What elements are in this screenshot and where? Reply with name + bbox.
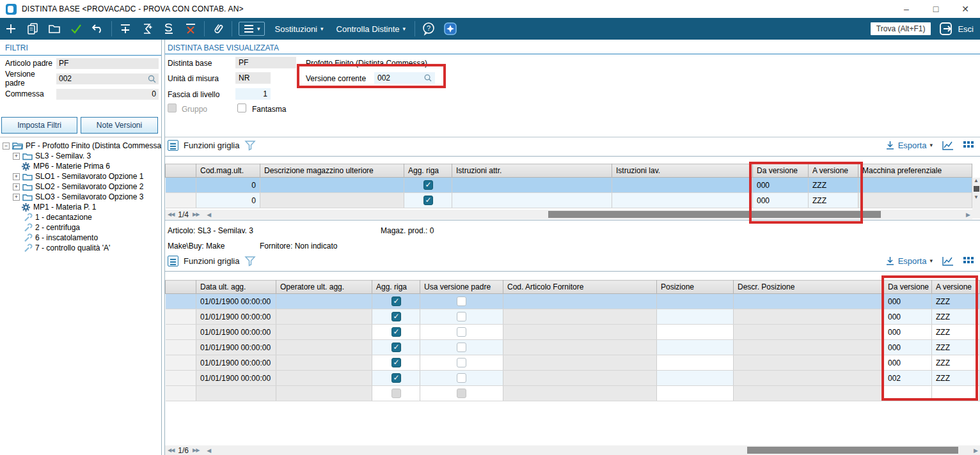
grid1-row[interactable]: 0 000 ZZZ	[166, 193, 972, 208]
grid-menu-button[interactable]: ▾	[239, 22, 265, 36]
cell-cod-mag[interactable]: 0	[196, 193, 260, 208]
row-selector[interactable]	[166, 294, 196, 309]
imposta-filtri-button[interactable]: Imposta Filtri	[1, 117, 77, 134]
scroll-left-icon[interactable]: ◀	[207, 212, 210, 218]
grid2-col-posizione[interactable]: Posizione	[657, 281, 734, 294]
checkbox-checked-icon[interactable]	[391, 312, 401, 321]
grid1-col-macchina[interactable]: Macchina preferenziale	[858, 164, 972, 178]
grid2-export-button[interactable]: Esporta ▾	[885, 256, 933, 266]
versione-corrente-input[interactable]: 002	[374, 72, 435, 84]
grid1-row-selected[interactable]: 0 000 ZZZ	[166, 178, 972, 193]
cell-agg[interactable]	[372, 325, 420, 340]
scroll-left-icon[interactable]: ◀	[207, 447, 210, 454]
grid2-new-row[interactable]	[166, 386, 980, 401]
checkbox-checked-icon[interactable]	[391, 373, 401, 383]
cell-data[interactable]: 01/01/1900 00:00:00	[196, 309, 276, 325]
cell-da-versione[interactable]: 002	[884, 371, 932, 386]
cell-posizione[interactable]	[657, 325, 734, 340]
cell-a-versione[interactable]: ZZZ	[932, 325, 980, 340]
cell-istr-attr[interactable]	[452, 178, 612, 193]
cell-da-versione[interactable]: 000	[753, 193, 809, 208]
maximize-button[interactable]: □	[921, 0, 951, 18]
row-selector[interactable]	[166, 371, 196, 386]
cell-data[interactable]	[196, 386, 276, 401]
grid-functions-icon[interactable]	[168, 256, 178, 266]
cell-descr-pos[interactable]	[734, 325, 884, 340]
cell-a-versione[interactable]: ZZZ	[932, 371, 980, 386]
cell-cod-art[interactable]	[503, 294, 657, 309]
cell-agg[interactable]	[372, 294, 420, 309]
cell-descr[interactable]	[260, 178, 404, 193]
cell-descr-pos[interactable]	[734, 371, 884, 386]
unita-misura-input[interactable]: NR	[235, 72, 271, 84]
help-button[interactable]: ?	[419, 20, 438, 38]
cell-usa[interactable]	[420, 371, 503, 386]
cell-operatore[interactable]	[276, 340, 372, 355]
grid2-col-usa-versione[interactable]: Usa versione padre	[420, 281, 503, 294]
confirm-button[interactable]	[67, 20, 86, 38]
grid2-row[interactable]: 01/01/1900 00:00:00 000 ZZZ	[166, 325, 980, 340]
grid2-chart-button[interactable]	[942, 256, 954, 266]
cell-data[interactable]: 01/01/1900 00:00:00	[196, 340, 276, 355]
cell-cod-art[interactable]	[503, 309, 657, 325]
cell-posizione[interactable]	[657, 355, 734, 371]
last-page-icon[interactable]: ▶▶	[193, 447, 199, 453]
cell-da-versione[interactable]: 000	[884, 294, 932, 309]
cell-a-versione[interactable]: ZZZ	[932, 294, 980, 309]
grid2-col-cod-articolo[interactable]: Cod. Articolo Fornitore	[503, 281, 657, 294]
new-button[interactable]	[1, 20, 20, 38]
grid1-layout-button[interactable]	[963, 141, 974, 151]
cell-a-versione[interactable]: ZZZ	[809, 178, 858, 193]
grid1-vertical-scrollbar[interactable]: ▲ ▼	[972, 178, 980, 219]
grid1-col-istruzioni-lav[interactable]: Istruzioni lav.	[612, 164, 753, 178]
cell-agg-riga[interactable]	[404, 178, 452, 193]
grid1-horizontal-scrollbar[interactable]	[216, 210, 963, 219]
cell-cod-art[interactable]	[503, 355, 657, 371]
cell-cod-art[interactable]	[503, 340, 657, 355]
trova-shortcut-button[interactable]: Trova (Alt+F1)	[871, 22, 931, 35]
scroll-right-icon[interactable]: ▶	[966, 212, 970, 218]
scrollbar-thumb[interactable]	[974, 186, 979, 192]
grid1-col-istruzioni-attr[interactable]: Istruzioni attr.	[452, 164, 612, 178]
grid1-col-codmag[interactable]: Cod.mag.ult.	[196, 164, 260, 178]
tree-node-mp6[interactable]: MP6 - Materie Prima 6	[21, 161, 110, 171]
checkbox-unchecked-icon[interactable]	[457, 373, 466, 383]
cell-a-versione[interactable]	[932, 386, 980, 401]
cell-operatore[interactable]	[276, 325, 372, 340]
cell-a-versione[interactable]: ZZZ	[932, 309, 980, 325]
fantasma-checkbox[interactable]	[237, 104, 246, 114]
expand-icon[interactable]: +	[13, 173, 20, 180]
cell-agg[interactable]	[372, 340, 420, 355]
cell-macchina[interactable]	[858, 193, 972, 208]
search-icon[interactable]	[423, 73, 432, 82]
duplicate-row-button[interactable]	[159, 20, 178, 38]
scrollbar-thumb[interactable]	[548, 211, 881, 218]
cell-agg[interactable]	[372, 355, 420, 371]
cell-usa[interactable]	[420, 340, 503, 355]
grid1-col-agg-riga[interactable]: Agg. riga	[404, 164, 452, 178]
cell-da-versione[interactable]: 000	[884, 355, 932, 371]
grid1-chart-button[interactable]	[942, 140, 954, 151]
versione-padre-input[interactable]: 002	[56, 73, 159, 84]
expand-icon[interactable]: +	[13, 183, 20, 190]
tree-node-op6[interactable]: 6 - inscatolamento	[23, 233, 98, 243]
cell-data[interactable]: 01/01/1900 00:00:00	[196, 371, 276, 386]
cell-istr-lav[interactable]	[612, 178, 753, 193]
cell-cod-mag[interactable]: 0	[196, 178, 260, 193]
checkbox-checked-icon[interactable]	[391, 327, 401, 337]
cell-descr[interactable]	[260, 193, 404, 208]
cell-descr-pos[interactable]	[734, 294, 884, 309]
copy-button[interactable]	[23, 20, 42, 38]
assistant-button[interactable]	[441, 20, 460, 38]
tree-root-node[interactable]: − PF - Profotto Finito (Distinta Commess…	[3, 141, 164, 151]
scroll-up-icon[interactable]: ▲	[974, 178, 979, 183]
grid1-col-a-versione[interactable]: A versione	[809, 164, 858, 178]
row-selector[interactable]	[166, 178, 196, 193]
cell-macchina[interactable]	[858, 178, 972, 193]
checkbox-unchecked-icon[interactable]	[457, 358, 466, 367]
checkbox-checked-icon[interactable]	[391, 297, 401, 306]
row-selector[interactable]	[166, 309, 196, 325]
close-button[interactable]: ✕	[951, 0, 980, 18]
cell-cod-art[interactable]	[503, 386, 657, 401]
cell-descr-pos[interactable]	[734, 309, 884, 325]
